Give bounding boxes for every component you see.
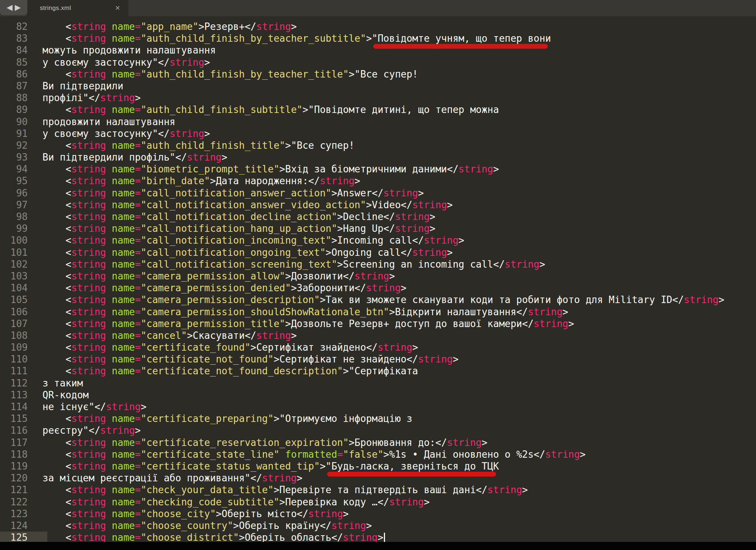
code-line[interactable]: 111 <string name="certificate_not_found_… [0,365,756,377]
code-text: <string name="certificate_found">Сертифі… [42,341,418,353]
forward-icon[interactable]: ▶ [15,4,21,11]
history-nav-box: ◀ ▶ [0,0,27,15]
code-line[interactable]: 121 <string name="check_your_data_title"… [0,484,756,496]
line-number: 115 [0,413,47,424]
code-line[interactable]: 105 <string name="camera_permission_desc… [0,294,756,306]
code-text: QR-кодом [42,389,89,401]
line-number: 112 [0,377,47,389]
line-number: 88 [0,92,47,104]
line-number: 98 [0,211,47,223]
line-number: 107 [0,318,47,330]
code-text: не існує"</string> [42,401,147,413]
code-line[interactable]: 116реєстру"</string> [0,424,756,436]
code-text: <string name="choose_city">Оберіть місто… [42,508,349,520]
code-text: з таким [42,377,83,389]
code-text: <string name="call_notification_answer_v… [42,199,453,211]
code-line[interactable]: 87Ви підтвердили [0,80,756,92]
code-text: профілі"</string> [42,92,141,104]
code-line[interactable]: 119 <string name="certificate_status_wan… [0,460,756,472]
back-icon[interactable]: ◀ [7,4,13,11]
code-line[interactable]: 86 <string name="auth_child_finish_by_te… [0,68,756,80]
code-line[interactable]: 103 <string name="camera_permission_allo… [0,270,756,282]
tab-strings-xml[interactable]: strings.xml × [27,0,128,16]
code-text: <string name="auth_child_finish_by_teach… [42,68,418,80]
code-line[interactable]: 107 <string name="camera_permission_titl… [0,318,756,330]
code-line[interactable]: 82 <string name="app_name">Резерв+</stri… [0,21,756,32]
line-number: 114 [0,401,47,413]
code-text: у своєму застосунку"</string> [42,56,210,68]
line-number: 96 [0,187,47,199]
code-text: <string name="camera_permission_descript… [42,294,724,306]
line-number: 123 [0,508,47,520]
code-line[interactable]: 92 <string name="auth_child_finish_title… [0,140,756,151]
code-line[interactable]: 122 <string name="checking_code_subtitle… [0,496,756,508]
code-line[interactable]: 96 <string name="call_notification_answe… [0,187,756,199]
code-line[interactable]: 115 <string name="certificate_preparing"… [0,413,756,424]
code-text: <string name="call_notification_answer_a… [42,187,424,199]
code-line[interactable]: 83 <string name="auth_child_finish_by_te… [0,32,756,44]
code-line[interactable]: 106 <string name="camera_permission_shou… [0,306,756,318]
code-text: <string name="certificate_state_line" fo… [42,448,586,460]
code-text: <string name="check_your_data_title">Пер… [42,484,528,496]
code-line[interactable]: 102 <string name="call_notification_scre… [0,258,756,270]
code-text: <string name="auth_child_finish_title">"… [42,140,354,151]
line-number: 101 [0,247,47,258]
line-number: 104 [0,282,47,294]
red-underline-annotation [373,44,548,49]
code-line[interactable]: 112з таким [0,377,756,389]
code-line[interactable]: 93Ви підтвердили профіль"</string> [0,151,756,163]
line-number: 113 [0,389,47,401]
code-text: <string name="certificate_reservation_ex… [42,437,487,448]
code-line[interactable]: 114не існує"</string> [0,401,756,413]
code-line[interactable]: 124 <string name="choose_country">Оберіт… [0,520,756,532]
code-text: <string name="camera_permission_allow">Д… [42,270,395,282]
code-line[interactable]: 88профілі"</string> [0,92,756,104]
line-number: 92 [0,140,47,151]
code-text: <string name="call_notification_ongoing_… [42,247,453,258]
code-line[interactable]: 109 <string name="certificate_found">Сер… [0,341,756,353]
code-text: продовжити налаштування [42,116,175,128]
code-text: <string name="call_notification_decline_… [42,211,435,223]
code-line[interactable]: 123 <string name="choose_city">Оберіть м… [0,508,756,520]
code-line[interactable]: 85у своєму застосунку"</string> [0,56,756,68]
code-text: можуть продовжити налаштування [42,44,216,56]
line-number: 105 [0,294,47,306]
code-line[interactable]: 97 <string name="call_notification_answe… [0,199,756,211]
line-number: 106 [0,306,47,318]
code-text: <string name="auth_child_finish_by_teach… [42,32,551,44]
line-number: 97 [0,199,47,211]
code-line[interactable]: 94 <string name="biometric_prompt_title"… [0,163,756,175]
code-text: <string name="app_name">Резерв+</string> [42,21,297,32]
line-number: 119 [0,460,47,472]
code-line[interactable]: 89 <string name="auth_child_finish_subti… [0,104,756,116]
line-number: 103 [0,270,47,282]
code-line[interactable]: 98 <string name="call_notification_decli… [0,211,756,223]
code-text: <string name="call_notification_screenin… [42,258,545,270]
code-line[interactable]: 90продовжити налаштування [0,116,756,128]
line-number: 86 [0,68,47,80]
code-line[interactable]: 101 <string name="call_notification_ongo… [0,247,756,258]
code-text: <string name="certificate_not_found_desc… [42,365,418,377]
code-line[interactable]: 104 <string name="camera_permission_deni… [0,282,756,294]
line-number: 111 [0,365,47,377]
code-line[interactable]: 113QR-кодом [0,389,756,401]
code-line[interactable]: 99 <string name="call_notification_hang_… [0,223,756,234]
code-line[interactable]: 118 <string name="certificate_state_line… [0,448,756,460]
close-icon[interactable]: × [115,4,120,11]
code-line[interactable]: 91у своєму застосунку"</string> [0,128,756,140]
text-cursor [384,533,385,542]
line-number: 95 [0,175,47,187]
code-line[interactable]: 110 <string name="certificate_not_found"… [0,353,756,365]
line-number: 99 [0,223,47,234]
code-line[interactable]: 100 <string name="call_notification_inco… [0,234,756,246]
line-number: 87 [0,80,47,92]
code-line[interactable]: 108 <string name="cancel">Скасувати</str… [0,330,756,341]
code-line[interactable]: 95 <string name="birth_date">Дата народж… [0,175,756,187]
line-number: 110 [0,353,47,365]
code-line[interactable]: 117 <string name="certificate_reservatio… [0,437,756,448]
line-number: 82 [0,21,47,32]
code-text: <string name="choose_country">Оберіть кр… [42,520,372,532]
line-number: 85 [0,56,47,68]
code-text: <string name="birth_date">Дата народженн… [42,175,360,187]
code-editor[interactable]: 82 <string name="app_name">Резерв+</stri… [0,16,756,542]
